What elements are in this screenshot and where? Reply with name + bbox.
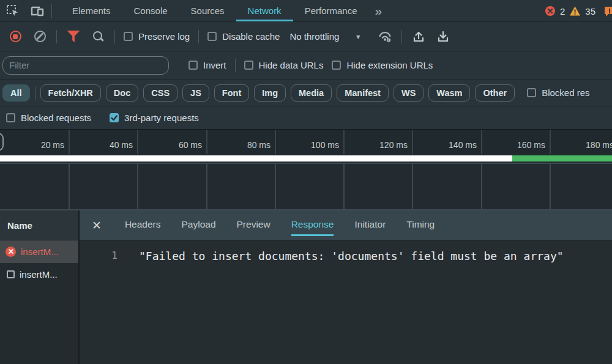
name-header-label: Name [7, 220, 32, 231]
lane-gridline [550, 164, 551, 209]
search-icon[interactable] [90, 29, 106, 45]
hide-data-urls-label: Hide data URLs [259, 60, 324, 70]
tab-sources[interactable]: Sources [179, 0, 236, 21]
divider [114, 30, 115, 43]
devtools-window: Elements Console Sources Network Perform… [0, 0, 612, 364]
divider [56, 30, 57, 43]
lane-gridline [137, 164, 138, 209]
warning-count: 35 [585, 6, 595, 17]
blocked-requests-checkbox[interactable] [6, 113, 15, 122]
filter-row: Invert Hide data URLs Hide extension URL… [0, 51, 612, 80]
preserve-log-checkbox[interactable] [124, 32, 133, 41]
chip-img[interactable]: Img [254, 84, 286, 102]
response-content: "Failed to insert documents: 'documents'… [118, 250, 564, 262]
blocked-response-cookies-label: Blocked res [542, 87, 589, 98]
divider [235, 59, 236, 72]
lane-gridline [412, 164, 413, 209]
invert-checkbox[interactable] [188, 61, 198, 70]
divider [198, 30, 199, 43]
chip-manifest[interactable]: Manifest [337, 84, 389, 102]
request-filter-row: Blocked requests 3rd-party requests [0, 106, 612, 130]
hide-extension-urls-checkbox[interactable] [332, 61, 341, 70]
name-column-header[interactable]: Name [0, 210, 78, 240]
chip-font[interactable]: Font [214, 84, 249, 102]
chip-media[interactable]: Media [291, 84, 332, 102]
export-har-icon[interactable] [435, 29, 451, 45]
chip-all[interactable]: All [2, 84, 30, 102]
inspect-element-icon[interactable] [5, 3, 21, 19]
disable-cache-label: Disable cache [222, 31, 280, 42]
tab-network[interactable]: Network [236, 0, 293, 21]
third-party-requests-checkbox[interactable] [110, 113, 119, 122]
filter-icon[interactable] [65, 29, 81, 45]
chip-css[interactable]: CSS [143, 84, 177, 102]
chip-other[interactable]: Other [475, 84, 515, 102]
clear-network-log-icon[interactable] [32, 29, 48, 45]
tab-performance[interactable]: Performance [293, 0, 369, 21]
preserve-log-label: Preserve log [138, 31, 190, 42]
blocked-response-cookies-checkbox[interactable] [527, 88, 536, 97]
import-har-icon[interactable] [411, 29, 427, 45]
line-number: 1 [80, 250, 118, 262]
network-conditions-icon[interactable] [377, 29, 393, 45]
tab-payload[interactable]: Payload [182, 210, 216, 236]
overview-segment-white [0, 155, 512, 162]
request-list-panel: Name insertM... insertM... [0, 210, 78, 364]
hide-extension-urls-label: Hide extension URLs [346, 60, 433, 70]
invert-label: Invert [203, 60, 226, 70]
request-detail-panel: ✕ Headers Payload Preview Response Initi… [80, 210, 612, 364]
tab-console[interactable]: Console [122, 0, 179, 21]
overview-segment-green [512, 155, 612, 162]
chip-js[interactable]: JS [182, 84, 209, 102]
close-icon[interactable]: ✕ [92, 210, 102, 240]
detail-tabs: ✕ Headers Payload Preview Response Initi… [80, 210, 612, 240]
warning-badge-icon[interactable] [569, 6, 581, 17]
request-name: insertM... [20, 269, 58, 280]
lane-gridline [481, 164, 482, 209]
chip-fetch-xhr[interactable]: Fetch/XHR [40, 84, 101, 102]
tab-headers[interactable]: Headers [125, 210, 161, 236]
tab-initiator[interactable]: Initiator [354, 210, 386, 236]
chip-ws[interactable]: WS [394, 84, 424, 102]
more-tabs-icon[interactable]: » [369, 0, 389, 21]
request-row[interactable]: insertM... [0, 240, 78, 263]
tab-response[interactable]: Response [291, 210, 334, 236]
tab-preview[interactable]: Preview [237, 210, 271, 236]
divider [51, 4, 52, 18]
third-party-requests-label: 3rd-party requests [124, 113, 199, 123]
waterfall-lanes [0, 163, 612, 210]
timeline-tick-label: 180 ms [0, 140, 612, 150]
error-count: 2 [560, 6, 565, 17]
hide-data-urls-checkbox[interactable] [244, 61, 253, 70]
request-details-split: Name insertM... insertM... ✕ Headers Pay… [0, 210, 612, 364]
network-toolbar: Preserve log Disable cache No throttling… [0, 22, 612, 51]
request-name: insertM... [21, 247, 59, 257]
lane-gridline [206, 164, 207, 209]
disable-cache-checkbox[interactable] [207, 32, 217, 41]
blocked-requests-label: Blocked requests [21, 113, 91, 123]
record-network-log-icon[interactable] [7, 29, 23, 45]
chip-doc[interactable]: Doc [106, 84, 138, 102]
lane-gridline [343, 164, 345, 209]
response-body[interactable]: 1 "Failed to insert documents: 'document… [80, 240, 612, 262]
tab-elements[interactable]: Elements [61, 0, 122, 21]
request-row[interactable]: insertM... [0, 263, 78, 286]
timeline-ruler[interactable]: 20 ms 40 ms 60 ms 80 ms 100 ms 120 ms 14… [0, 130, 612, 154]
device-toolbar-icon[interactable] [29, 3, 45, 19]
throttling-dropdown[interactable]: No throttling ▾ [289, 31, 360, 42]
divider [35, 86, 35, 100]
chip-wasm[interactable]: Wasm [428, 84, 470, 102]
network-overview-bar[interactable] [0, 154, 612, 163]
document-icon [7, 270, 15, 278]
tab-timing[interactable]: Timing [406, 210, 435, 236]
status-badges: 2 35 [545, 0, 612, 22]
divider [401, 30, 402, 43]
issues-badge-icon[interactable] [603, 6, 612, 17]
filter-input[interactable] [2, 56, 169, 75]
chevron-down-icon: ▾ [356, 32, 360, 41]
devtools-tab-bar: Elements Console Sources Network Perform… [0, 0, 612, 22]
request-type-chips: All Fetch/XHR Doc CSS JS Font Img Media … [0, 80, 612, 106]
lane-gridline [275, 164, 276, 209]
error-badge-icon[interactable] [545, 6, 556, 17]
lane-gridline [69, 164, 70, 209]
